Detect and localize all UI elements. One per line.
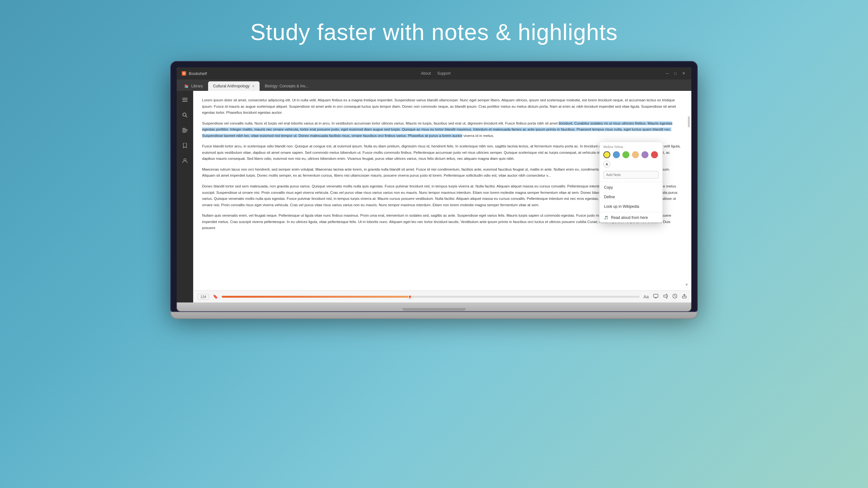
svg-point-3 [183,113,186,116]
menu-divider-1 [599,182,662,182]
scrollbar-thumb[interactable] [688,116,690,127]
tab-biology-label: Biology: Concepts & Inv... [265,84,308,88]
audio-icon[interactable] [663,294,668,300]
nav-support[interactable]: Support [437,71,451,75]
bookmark-icon[interactable]: 🔖 [213,294,218,299]
svg-rect-8 [182,132,186,132]
page-number: 134 [197,294,209,300]
context-popup: Mellow Yellow A [599,142,663,223]
title-bar: B Bookshelf About Support ─ □ ✕ [177,67,691,80]
font-size-icon[interactable]: Aa [643,294,649,299]
color-green[interactable] [622,151,629,158]
export-icon[interactable] [682,294,687,300]
menu-item-read-aloud[interactable]: 🎵 Read aloud from here [599,213,662,222]
svg-rect-0 [182,98,187,98]
add-note-section [599,170,662,181]
tab-cultural-anthropology-label: Cultural Anthropology [213,84,250,88]
color-red[interactable] [651,151,658,158]
sidebar-toc-icon[interactable] [180,125,190,135]
tab-library-label: Library [191,84,203,88]
read-aloud-icon: 🎵 [604,216,609,220]
svg-rect-2 [182,101,187,102]
svg-rect-5 [182,128,186,129]
paragraph-2: Suspendisse vel convallis nulla. Nunc et… [202,120,682,139]
content-area: Lorem ipsum dolor sit amet, consectetur … [193,91,691,302]
menu-item-copy[interactable]: Copy [599,183,662,192]
window-controls: ─ □ ✕ [665,71,686,76]
define-label: Define [604,195,615,199]
copy-label: Copy [604,185,613,190]
highlighted-text: tincidunt. Curabitur sodales mi ut risus… [202,121,672,138]
app-brand: Bookshelf [189,71,207,76]
page-title: Study faster with notes & highlights [250,19,618,45]
bottom-icons: Aa [643,294,687,300]
close-button[interactable]: ✕ [681,71,686,76]
tab-cultural-anthropology-close[interactable]: ✕ [252,85,254,88]
sidebar-bookmark-icon[interactable] [180,141,190,151]
svg-rect-10 [654,294,658,297]
progress-fill [222,296,410,298]
svg-marker-13 [664,294,667,298]
svg-line-4 [186,116,187,118]
sidebar [177,91,193,302]
menu-item-define[interactable]: Define [599,192,662,202]
read-aloud-label: Read aloud from here [611,215,648,220]
sidebar-person-icon[interactable] [180,156,190,166]
laptop-frame: B Bookshelf About Support ─ □ ✕ [170,61,698,319]
laptop-screen: B Bookshelf About Support ─ □ ✕ [177,67,691,302]
bookshelf-icon: B [182,71,186,75]
tab-library[interactable]: 📚 Library [179,81,208,91]
color-text-button[interactable]: A [603,161,610,168]
laptop-screen-frame: B Bookshelf About Support ─ □ ✕ [170,61,698,312]
color-purple[interactable] [642,151,648,158]
bottom-bar: 134 🔖 Aa [193,291,691,302]
color-section: Mellow Yellow A [599,142,662,170]
tab-biology[interactable]: Biology: Concepts & Inv... [259,81,313,91]
lookup-label: Look up in Wikipedia [604,204,639,209]
laptop-stand [170,312,698,319]
color-blue[interactable] [613,151,620,158]
sidebar-menu-icon[interactable] [180,95,190,105]
tabs-bar: 📚 Library Cultural Anthropology ✕ Biolog… [177,80,691,91]
laptop-base [177,302,691,311]
progress-thumb[interactable] [408,295,412,299]
paragraph-1: Lorem ipsum dolor sit amet, consectetur … [202,97,682,116]
progress-bar[interactable] [222,296,640,298]
title-bar-nav: About Support [421,71,451,75]
svg-line-16 [675,296,676,297]
svg-rect-1 [182,99,187,100]
color-label: Mellow Yellow [603,145,659,149]
app-window: B Bookshelf About Support ─ □ ✕ [177,67,691,302]
nav-about[interactable]: About [421,71,431,75]
add-note-input[interactable] [603,171,659,179]
sidebar-search-icon[interactable] [180,110,190,120]
main-area: Lorem ipsum dolor sit amet, consectetur … [177,91,691,302]
library-icon: 📚 [184,84,189,88]
svg-rect-7 [182,130,187,131]
menu-item-lookup[interactable]: Look up in Wikipedia [599,202,662,211]
minimize-button[interactable]: ─ [665,71,670,76]
color-dots: A [603,151,659,168]
maximize-button[interactable]: □ [673,71,678,76]
svg-rect-6 [182,129,187,130]
display-icon[interactable] [653,294,658,299]
title-bar-left: B Bookshelf [182,71,207,76]
color-peach[interactable] [632,151,639,158]
scrollbar-track[interactable] [687,97,690,288]
clock-icon[interactable] [672,294,677,300]
color-yellow[interactable] [603,151,610,158]
tab-cultural-anthropology[interactable]: Cultural Anthropology ✕ [208,81,260,91]
scroll-down-arrow[interactable]: ▼ [684,282,689,287]
menu-divider-2 [599,212,662,212]
